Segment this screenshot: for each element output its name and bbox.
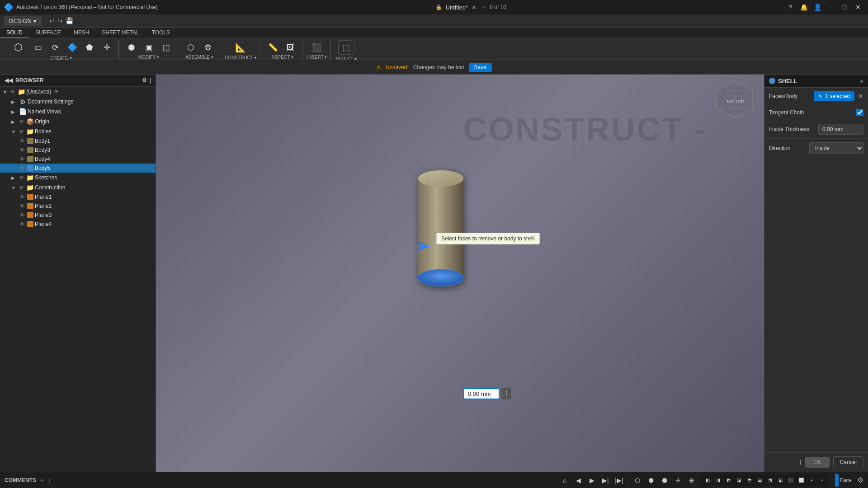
tm6[interactable]: ⬓	[755, 475, 764, 485]
visibility-icon-body3[interactable]: 👁	[20, 147, 25, 153]
timeline-btn5[interactable]: ⊕	[685, 474, 698, 487]
tm7[interactable]: ⬔	[765, 475, 775, 485]
close-tab-btn[interactable]: ✕	[472, 4, 476, 11]
visibility-icon-body4[interactable]: 👁	[20, 156, 25, 162]
timeline-btn1[interactable]: ⬡	[631, 474, 644, 487]
timeline-btn2[interactable]: ⬢	[645, 474, 657, 487]
tree-item-origin[interactable]: ▶ 👁 📦 Origin	[0, 117, 156, 127]
notifications-btn[interactable]: 🔔	[797, 1, 810, 14]
visibility-icon-body5[interactable]: 👁	[20, 165, 25, 171]
tm3[interactable]: ◩	[723, 475, 733, 485]
tab-mesh[interactable]: MESH	[67, 28, 96, 38]
clear-selection-btn[interactable]: ✕	[858, 93, 863, 100]
inspect-btn2[interactable]: 🖼	[282, 42, 298, 53]
tm8[interactable]: ⬕	[775, 475, 785, 485]
comments-expand-icon[interactable]: |	[48, 477, 50, 483]
home-btn[interactable]: ⌂	[558, 474, 571, 487]
create-main-btn[interactable]: ⬡	[7, 41, 29, 54]
create-loft-btn[interactable]: ⬟	[81, 42, 98, 53]
inspect-btn1[interactable]: 📏	[265, 42, 281, 53]
tree-item-sketches[interactable]: ▶ 👁 📁 Sketches	[0, 173, 156, 183]
visibility-icon-origin[interactable]: 👁	[19, 119, 24, 124]
refresh-icon-unsaved[interactable]: ⟳	[54, 89, 58, 95]
tangent-chain-checkbox[interactable]	[856, 109, 863, 116]
tab-surface[interactable]: SURFACE	[29, 28, 67, 38]
tree-item-plane3[interactable]: 👁 Plane3	[0, 211, 156, 220]
assemble-btn1[interactable]: ⬡	[183, 42, 199, 53]
timeline-btn3[interactable]: ⬣	[658, 474, 671, 487]
add-comment-btn[interactable]: +	[40, 476, 44, 484]
expand-icon-bodies[interactable]: ▼	[11, 129, 18, 134]
visibility-icon-plane1[interactable]: 👁	[20, 194, 25, 200]
shell-expand-btn[interactable]: »	[860, 77, 863, 84]
create-extrude-btn[interactable]: ▭	[30, 42, 46, 53]
tree-item-docsettings[interactable]: ▶ ⚙ Document Settings	[0, 97, 156, 107]
expand-icon-docsettings[interactable]: ▶	[11, 99, 18, 104]
create-move-btn[interactable]: ✛	[99, 42, 115, 53]
expand-icon-namedviews[interactable]: ▶	[11, 109, 18, 114]
tm5[interactable]: ⬒	[744, 475, 754, 485]
prev-btn[interactable]: ◀	[572, 474, 585, 487]
tm12[interactable]: ▫	[817, 475, 827, 485]
tab-tools[interactable]: TOOLS	[146, 28, 176, 38]
timeline-scrubber[interactable]	[835, 474, 839, 487]
tab-sheetmetal[interactable]: SHEET METAL	[95, 28, 145, 38]
tm10[interactable]: ⬜	[796, 475, 806, 485]
tree-item-body4[interactable]: 👁 Body4	[0, 155, 156, 164]
insert-btn1[interactable]: ⬛	[309, 42, 325, 53]
visibility-icon-construction[interactable]: 👁	[19, 185, 24, 190]
bottom-settings-btn[interactable]: ⚙	[857, 476, 863, 484]
tree-item-body1[interactable]: 👁 Body1	[0, 136, 156, 145]
user-btn[interactable]: 👤	[811, 1, 824, 14]
expand-icon-unsaved[interactable]: ▼	[3, 89, 9, 94]
direction-select[interactable]: Inside Outside Both	[809, 142, 863, 154]
browser-collapse-icon[interactable]: ◀◀	[5, 77, 13, 84]
modify-btn1[interactable]: ⬢	[123, 42, 140, 53]
ok-btn[interactable]: OK	[805, 457, 829, 468]
expand-icon-construction[interactable]: ▼	[11, 185, 18, 190]
visibility-icon-bodies[interactable]: 👁	[19, 129, 24, 134]
tree-item-plane4[interactable]: 👁 Plane4	[0, 220, 156, 229]
redo-btn[interactable]: ↪	[57, 17, 63, 24]
select-btn[interactable]: ⬚	[338, 40, 354, 55]
create-revolve-btn[interactable]: ⟳	[47, 42, 63, 53]
inside-thickness-input[interactable]	[818, 124, 863, 135]
browser-settings-icon[interactable]: ⚙	[142, 77, 147, 84]
visibility-icon-plane4[interactable]: 👁	[20, 221, 25, 227]
close-btn[interactable]: ✕	[852, 1, 864, 14]
tree-item-namedviews[interactable]: ▶ 📄 Named Views	[0, 107, 156, 117]
cancel-btn[interactable]: Cancel	[833, 456, 863, 468]
insert-label[interactable]: INSERT ▾	[307, 55, 327, 60]
tree-item-construction[interactable]: ▼ 👁 📁 Construction	[0, 183, 156, 192]
tree-item-unsaved[interactable]: ▼ 👁 📁 (Unsaved) ⟳	[0, 87, 156, 97]
faces-body-selected-btn[interactable]: ↖ 1 selected	[814, 91, 854, 101]
tm11[interactable]: ▪	[807, 475, 816, 485]
tree-item-plane1[interactable]: 👁 Plane1	[0, 192, 156, 202]
assemble-btn2[interactable]: ⚙	[200, 42, 216, 53]
modify-label[interactable]: MODIFY ▾	[138, 55, 159, 60]
nav-cube[interactable]: BOTTOM	[714, 79, 755, 121]
dimension-options-btn[interactable]: ⋮	[501, 388, 511, 399]
visibility-icon-body1[interactable]: 👁	[20, 138, 25, 144]
modify-btn2[interactable]: ▣	[141, 42, 157, 53]
undo-btn[interactable]: ↩	[49, 17, 55, 24]
viewport[interactable]: CONSTRUCT - BOTTOM	[156, 75, 868, 472]
expand-icon-origin[interactable]: ▶	[11, 119, 18, 124]
construct-label[interactable]: CONSTRUCT ▾	[225, 55, 256, 60]
timeline-btn4[interactable]: ✛	[672, 474, 684, 487]
tree-item-body3[interactable]: 👁 Body3	[0, 145, 156, 155]
modify-btn3[interactable]: ◫	[158, 42, 174, 53]
visibility-icon-unsaved[interactable]: 👁	[10, 89, 15, 94]
visibility-icon-sketches[interactable]: 👁	[19, 175, 24, 180]
help-btn[interactable]: ?	[784, 1, 797, 14]
browser-expand-icon[interactable]: |	[150, 77, 151, 84]
info-icon[interactable]: ℹ	[799, 459, 802, 466]
inspect-label[interactable]: INSPECT ▾	[270, 55, 293, 60]
maximize-btn[interactable]: □	[838, 1, 851, 14]
next-btn[interactable]: ▶|	[599, 474, 612, 487]
visibility-icon-plane2[interactable]: 👁	[20, 203, 25, 209]
dimension-input[interactable]	[463, 388, 500, 399]
tree-item-body5[interactable]: 👁 Body5	[0, 164, 156, 173]
add-tab-btn[interactable]: +	[482, 3, 486, 11]
play-btn[interactable]: ▶	[585, 474, 598, 487]
